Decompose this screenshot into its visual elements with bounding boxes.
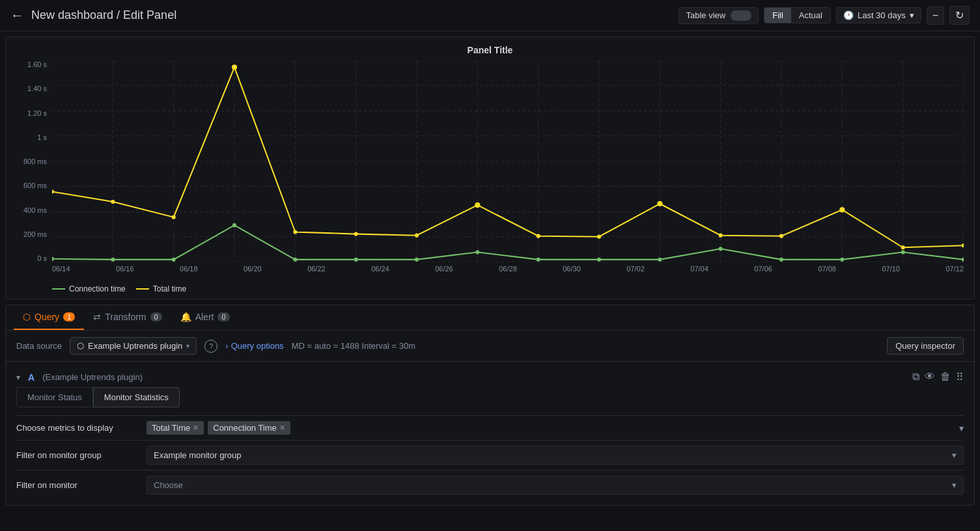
copy-icon[interactable]: ⧉ (912, 371, 919, 383)
x-label-9: 07/02 (626, 265, 645, 273)
zoom-out-button[interactable]: − (927, 7, 944, 25)
chart-panel: Panel Title 1.60 s 1.40 s 1.20 s 1 s 800… (5, 36, 975, 299)
query-a-plugin-label: (Example Uptrends plugin) (42, 372, 143, 382)
filter-monitor-label: Filter on monitor (16, 480, 147, 490)
x-label-6: 06/26 (435, 265, 453, 273)
chart-plot (52, 61, 964, 262)
filter-group-dropdown[interactable]: Example monitor group ▾ (147, 446, 964, 465)
query-icon: ⬡ (23, 312, 31, 322)
chart-legend: Connection time Total time (16, 284, 964, 293)
eye-icon[interactable]: 👁 (925, 371, 935, 383)
back-icon: ← (10, 8, 23, 23)
datasource-select[interactable]: ⬡ Example Uptrends plugin ▾ (70, 337, 197, 355)
svg-point-32 (537, 234, 540, 238)
svg-point-40 (52, 257, 54, 261)
svg-point-37 (839, 207, 845, 212)
svg-point-54 (901, 250, 905, 254)
filter-monitor-placeholder: Choose (154, 480, 183, 490)
chevron-down-icon: ▾ (952, 480, 957, 490)
y-label-0: 1.60 s (27, 61, 47, 68)
help-button[interactable]: ? (204, 340, 217, 353)
chart-svg (52, 61, 964, 262)
metrics-value: Total Time ✕ Connection Time ✕ ▾ (147, 421, 964, 435)
table-view-toggle[interactable]: Table view (679, 7, 759, 24)
alert-icon: 🔔 (180, 312, 191, 322)
remove-connection-time-button[interactable]: ✕ (279, 424, 285, 432)
filter-group-row: Filter on monitor group Example monitor … (16, 440, 964, 470)
x-label-13: 07/10 (882, 265, 900, 273)
svg-point-44 (293, 258, 297, 262)
legend-dot-yellow (136, 288, 149, 290)
metrics-chevron-down[interactable]: ▾ (959, 423, 964, 433)
chart-area: 1.60 s 1.40 s 1.20 s 1 s 800 ms 600 ms 4… (16, 61, 964, 282)
x-label-2: 06/18 (180, 265, 198, 273)
svg-point-41 (111, 258, 115, 262)
refresh-button[interactable]: ↻ (949, 6, 970, 25)
toggle-switch[interactable] (731, 10, 751, 21)
chevron-right-icon: › (225, 341, 228, 351)
x-label-12: 07/08 (818, 265, 836, 273)
svg-point-49 (597, 258, 601, 262)
tab-alert-badge: 0 (217, 312, 229, 321)
svg-point-34 (657, 201, 662, 206)
svg-point-25 (111, 200, 115, 204)
tab-alert-label: Alert (195, 312, 214, 322)
svg-point-46 (415, 258, 419, 262)
y-label-1: 1.40 s (27, 85, 47, 92)
tab-transform[interactable]: ⇄ Transform 0 (84, 305, 171, 330)
svg-point-27 (232, 64, 237, 70)
svg-point-50 (658, 258, 662, 262)
x-label-10: 07/04 (690, 265, 708, 273)
tab-query[interactable]: ⬡ Query 1 (14, 305, 84, 330)
x-label-4: 06/22 (307, 265, 326, 273)
query-a-header: ▾ A (Example Uptrends plugin) ⧉ 👁 🗑 ⠿ (16, 367, 964, 387)
svg-point-43 (232, 223, 236, 227)
sub-tab-monitor-statistics[interactable]: Monitor Statistics (93, 387, 180, 407)
plugin-icon: ⬡ (77, 341, 84, 351)
time-range-picker[interactable]: 🕐 Last 30 days ▾ (836, 7, 921, 23)
y-axis: 1.60 s 1.40 s 1.20 s 1 s 800 ms 600 ms 4… (16, 61, 52, 262)
svg-point-31 (475, 202, 480, 208)
legend-connection-time: Connection time (52, 284, 126, 293)
filter-group-value: Example monitor group ▾ (147, 446, 964, 465)
svg-point-39 (962, 243, 964, 247)
datasource-row: Data source ⬡ Example Uptrends plugin ▾ … (6, 331, 974, 362)
x-label-1: 06/16 (116, 265, 134, 273)
fill-button[interactable]: Fill (764, 8, 791, 23)
x-label-5: 06/24 (371, 265, 389, 273)
drag-handle-icon[interactable]: ⠿ (956, 371, 964, 383)
legend-connection-time-label: Connection time (69, 284, 126, 293)
tab-alert[interactable]: 🔔 Alert 0 (171, 305, 239, 330)
metric-tag-connection-time: Connection Time ✕ (208, 421, 290, 435)
svg-point-45 (354, 258, 358, 262)
back-button[interactable]: ← (10, 8, 23, 23)
clock-icon: 🕐 (843, 10, 854, 20)
time-range-label: Last 30 days (858, 10, 906, 20)
tab-transform-label: Transform (105, 312, 146, 322)
delete-icon[interactable]: 🗑 (940, 371, 951, 383)
x-axis: 06/14 06/16 06/18 06/20 06/22 06/24 06/2… (52, 262, 964, 282)
query-options-link[interactable]: › Query options (225, 341, 283, 351)
sub-tab-monitor-status[interactable]: Monitor Status (16, 387, 93, 407)
sub-tab-monitor-statistics-label: Monitor Statistics (104, 392, 169, 402)
y-label-3: 1 s (37, 133, 47, 141)
actual-button[interactable]: Actual (791, 8, 830, 23)
transform-icon: ⇄ (93, 312, 101, 322)
remove-total-time-button[interactable]: ✕ (193, 424, 199, 432)
svg-point-48 (537, 258, 540, 262)
filter-monitor-value: Choose ▾ (147, 476, 964, 495)
legend-total-time-label: Total time (153, 284, 186, 293)
query-inspector-button[interactable]: Query inspector (887, 337, 964, 355)
svg-point-53 (840, 258, 844, 262)
svg-point-42 (172, 258, 176, 262)
svg-point-26 (172, 215, 176, 219)
filter-monitor-dropdown[interactable]: Choose ▾ (147, 476, 964, 495)
chevron-down-icon: ▾ (186, 342, 189, 349)
query-a-chevron[interactable]: ▾ (16, 373, 20, 382)
x-label-8: 06/30 (563, 265, 581, 273)
x-label-3: 06/20 (244, 265, 262, 273)
query-panel: ⬡ Query 1 ⇄ Transform 0 🔔 Alert 0 Data s… (5, 305, 975, 506)
metric-total-time-label: Total Time (152, 423, 190, 433)
metrics-label: Choose metrics to display (16, 423, 147, 433)
datasource-label: Data source (16, 341, 62, 351)
